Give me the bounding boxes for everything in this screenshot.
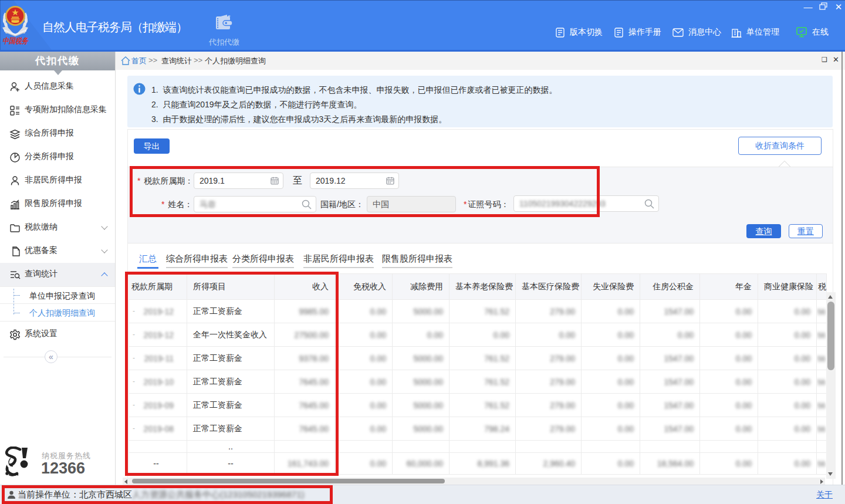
svg-text:中国税务: 中国税务: [2, 36, 29, 45]
